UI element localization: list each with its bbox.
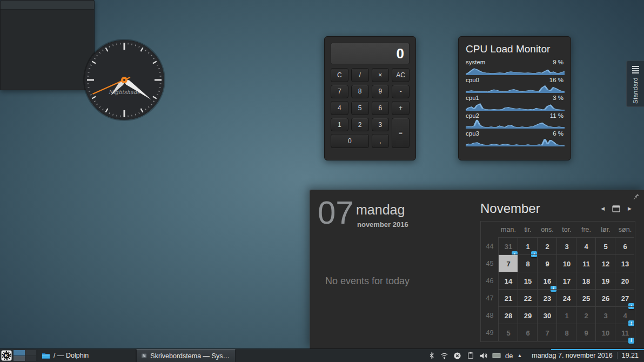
calc-key-1[interactable]: 1: [331, 118, 348, 132]
cpu-value: 16 %: [549, 77, 564, 83]
calendar-day-header: fre.: [576, 222, 596, 238]
calendar-day-cell[interactable]: 18: [576, 272, 596, 290]
calendar-day-cell[interactable]: 10: [557, 255, 576, 272]
calendar-day-cell[interactable]: 4i: [615, 307, 635, 324]
calendar-day-cell[interactable]: 10: [596, 324, 615, 341]
cpu-row: system9 %: [466, 59, 564, 75]
task-systemsettings[interactable]: Skrivebordstema — Systeminnstil...: [136, 349, 236, 362]
previous-month-button[interactable]: ◀: [601, 205, 605, 212]
calendar-day-cell[interactable]: 8: [518, 255, 538, 272]
calendar-day-cell[interactable]: 5: [499, 324, 518, 341]
calendar-day-cell[interactable]: 17: [557, 272, 576, 290]
digital-clock[interactable]: mandag 7. november 2016 19.21: [525, 349, 644, 362]
calendar-day-cell[interactable]: 11: [576, 255, 596, 272]
wifi-icon[interactable]: [440, 351, 449, 360]
calendar-day-cell[interactable]: 2: [576, 307, 596, 324]
calc-key-2[interactable]: 2: [351, 118, 369, 132]
calc-key-minus[interactable]: -: [392, 85, 410, 99]
bluetooth-icon[interactable]: [427, 351, 436, 360]
network-offline-icon[interactable]: [453, 351, 462, 360]
calendar-day-cell[interactable]: 24: [557, 290, 576, 307]
panel-date: mandag 7. november 2016: [532, 352, 612, 359]
cpu-label: system: [466, 59, 485, 65]
cpu-sparkline: [466, 137, 565, 146]
calc-key-8[interactable]: 8: [351, 85, 369, 99]
calendar-day-cell[interactable]: 31i: [499, 238, 518, 255]
calc-key-equals[interactable]: =: [392, 118, 410, 148]
today-icon[interactable]: [612, 205, 620, 212]
calendar-day-cell[interactable]: 6: [615, 238, 635, 255]
calc-key-4[interactable]: 4: [331, 101, 348, 115]
tray-expander-icon[interactable]: ▲: [517, 353, 522, 358]
notes-widget[interactable]: [0, 0, 95, 90]
calendar-day-cell[interactable]: 15: [518, 272, 538, 290]
hamburger-icon: [632, 66, 639, 73]
calc-key-divide[interactable]: /: [351, 68, 369, 82]
calendar-day-cell[interactable]: 30: [538, 307, 557, 324]
agenda-day-name: mandag: [356, 202, 405, 218]
event-badge-icon: i: [628, 338, 634, 344]
virtual-desktop-pager[interactable]: [13, 349, 37, 362]
clock-separator: [617, 352, 618, 359]
analog-clock-widget[interactable]: Nightshade: [81, 37, 167, 123]
calc-key-9[interactable]: 9: [372, 85, 390, 99]
calendar-day-cell[interactable]: 9: [576, 324, 596, 341]
calc-key-5[interactable]: 5: [351, 101, 369, 115]
calendar-day-cell[interactable]: 22: [518, 290, 538, 307]
calendar-day-cell[interactable]: 8: [557, 324, 576, 341]
calc-key-0[interactable]: 0: [331, 134, 369, 148]
calendar-day-cell[interactable]: 3: [557, 238, 576, 255]
pager-desktop-4[interactable]: [25, 356, 37, 361]
calendar-day-cell[interactable]: 9: [538, 255, 557, 272]
calendar-day-cell[interactable]: 23: [538, 290, 557, 307]
calendar-day-cell[interactable]: 26: [596, 290, 615, 307]
calendar-day-cell[interactable]: 6: [518, 324, 538, 341]
cpu-value: 6 %: [553, 130, 564, 137]
calc-key-clear[interactable]: C: [331, 68, 348, 82]
calendar-day-cell[interactable]: 27i: [615, 290, 635, 307]
task-dolphin[interactable]: / — Dolphin: [37, 349, 136, 362]
calendar-day-cell[interactable]: 29: [518, 307, 538, 324]
volume-icon[interactable]: [479, 351, 488, 360]
calendar-day-cell[interactable]: 21: [499, 290, 518, 307]
calc-key-3[interactable]: 3: [372, 118, 390, 132]
calendar-day-cell[interactable]: 28: [499, 307, 518, 324]
notes-widget-handle[interactable]: [1, 1, 94, 10]
calendar-day-cell[interactable]: 3: [596, 307, 615, 324]
calc-key-plus[interactable]: +: [392, 101, 410, 115]
activity-label: Standard: [632, 77, 639, 104]
month-title: November: [480, 201, 540, 216]
pager-desktop-2[interactable]: [25, 350, 37, 356]
calendar-day-cell[interactable]: 19: [596, 272, 615, 290]
calendar-day-cell[interactable]: 7: [499, 255, 518, 272]
calendar-day-cell[interactable]: 25: [576, 290, 596, 307]
clipboard-icon[interactable]: [466, 351, 475, 360]
calendar-day-cell[interactable]: 11i: [615, 324, 635, 341]
pin-icon[interactable]: [633, 193, 640, 200]
next-month-button[interactable]: ▶: [628, 205, 632, 212]
calc-key-comma[interactable]: ,: [372, 134, 390, 148]
calc-key-6[interactable]: 6: [372, 101, 390, 115]
calendar-day-cell[interactable]: 14: [499, 272, 518, 290]
calendar-day-cell[interactable]: 4: [576, 238, 596, 255]
keyboard-layout-label[interactable]: de: [505, 352, 513, 360]
pager-desktop-1[interactable]: [14, 350, 25, 356]
calendar-day-cell[interactable]: 1i: [518, 238, 538, 255]
calendar-day-cell[interactable]: 16i: [538, 272, 557, 290]
pager-desktop-3[interactable]: [14, 356, 25, 361]
calc-key-7[interactable]: 7: [331, 85, 348, 99]
application-launcher-button[interactable]: K: [0, 349, 13, 362]
calc-key-allclear[interactable]: AC: [392, 68, 410, 82]
calendar-day-cell[interactable]: 1: [557, 307, 576, 324]
week-number: 44: [481, 238, 499, 255]
calendar-day-cell[interactable]: 13: [615, 255, 635, 272]
keyboard-indicator-icon[interactable]: [492, 351, 501, 360]
calendar-day-cell[interactable]: 2: [538, 238, 557, 255]
calc-key-multiply[interactable]: ×: [372, 68, 390, 82]
cpu-sparkline: [466, 102, 565, 111]
calendar-day-cell[interactable]: 20: [615, 272, 635, 290]
calendar-day-cell[interactable]: 5: [596, 238, 615, 255]
calendar-day-cell[interactable]: 7: [538, 324, 557, 341]
activity-tab[interactable]: Standard: [626, 61, 644, 107]
calendar-day-cell[interactable]: 12: [596, 255, 615, 272]
